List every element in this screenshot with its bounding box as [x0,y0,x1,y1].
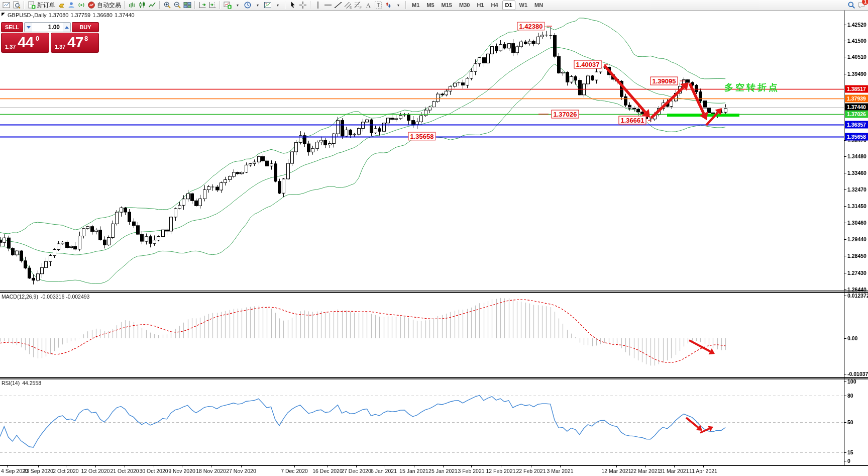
timeframe-m30-button[interactable]: M30 [456,1,473,10]
zoom-out-button[interactable] [172,1,182,10]
zoom-out-button-icon [173,1,181,9]
buy-button[interactable]: BUY [72,22,99,32]
window-preview-button[interactable] [12,1,22,10]
chat-button[interactable]: 1 [856,1,866,10]
toolbar-separator [124,1,125,9]
price-callout-1.37026[interactable]: 1.37026 [552,110,579,119]
toolbar-separator [194,1,195,9]
candlestick-chart-button-icon [138,1,146,9]
line-chart-button[interactable] [147,1,157,10]
search-button[interactable] [846,1,856,10]
cursor-button-icon [289,1,297,9]
arrow-objects-button[interactable] [383,1,393,10]
chart-corner-icon[interactable]: ◤ [2,12,5,17]
buy-price-button[interactable]: 1.37 47 8 [51,33,99,53]
charts-window-button[interactable] [2,1,12,10]
zoom-in-button[interactable] [162,1,172,10]
timeframe-h4-button[interactable]: H4 [488,1,501,10]
toolbar-separator [220,1,221,9]
arrow-objects-button-icon [384,1,392,9]
zoom-in-button-icon [163,1,171,9]
new-order-button[interactable]: 新订单 [27,1,56,10]
trendline-button[interactable] [333,1,343,10]
new-order-label: 新订单 [37,1,55,10]
buy-price-main: 47 [67,34,83,51]
autotrade-button[interactable]: 自动交易 [86,1,122,10]
indicators-button-icon [224,1,232,9]
price-callout-1.39095[interactable]: 1.39095 [650,77,678,85]
market-watch-gold-button[interactable] [56,1,66,10]
indicators-dropdown[interactable]: ▾ [233,1,243,10]
tile-windows-button[interactable] [182,1,192,10]
volume-increase-button[interactable] [63,23,70,32]
chart-shift-button[interactable] [207,1,218,10]
community-button[interactable] [66,1,76,10]
new-order-icon [28,1,36,9]
vertical-line-button[interactable] [313,1,323,10]
arrows-dropdown[interactable]: ▾ [393,1,403,10]
market-watch-gold-button-icon [57,1,65,9]
crosshair-button-icon [299,1,307,9]
crosshair-button[interactable] [298,1,308,10]
sell-price-button[interactable]: 1.37 44 0 [1,33,49,53]
chart-shift-button-icon [208,1,216,9]
sell-price-pip: 0 [36,35,39,42]
svg-text:T: T [377,2,380,8]
text-label-button-icon: T [374,1,382,9]
periods-button[interactable] [243,1,253,10]
volume-input[interactable]: 1.00 [32,23,63,32]
triangle-up-icon [65,26,69,29]
price-callout-1.35658[interactable]: 1.35658 [408,132,436,141]
volume-decrease-button[interactable] [25,23,32,32]
bar-chart-button[interactable] [127,1,137,10]
sell-button[interactable]: SELL [1,22,23,32]
timeframe-m15-button[interactable]: M15 [439,1,455,10]
price-callout-1.42380[interactable]: 1.42380 [517,22,545,31]
horizontal-line-button-icon [324,1,332,9]
indicators-button[interactable] [223,1,233,10]
candlestick-chart-button[interactable] [137,1,147,10]
toolbar-separator [285,1,286,9]
tile-windows-button-icon [183,1,191,9]
volume-stepper: 1.00 [24,22,71,32]
equidistant-channel-button-icon: E [344,1,352,9]
horizontal-line-button[interactable] [323,1,333,10]
templates-button-icon [264,1,272,9]
community-button-icon [67,1,75,9]
cursor-button[interactable] [288,1,298,10]
timeframe-m1-button[interactable]: M1 [409,1,422,10]
sell-price-main: 44 [18,34,33,51]
autotrade-label: 自动交易 [97,1,121,10]
charts-window-button-icon [3,1,11,9]
signals-button[interactable] [76,1,86,10]
svg-text:A: A [366,2,371,9]
timeframe-m5-button[interactable]: M5 [423,1,437,10]
templates-button[interactable] [263,1,273,10]
timeframe-h1-button[interactable]: H1 [474,1,487,10]
periods-dropdown[interactable]: ▾ [253,1,263,10]
fibonacci-button-icon: F [354,1,362,9]
timeframe-mn-button[interactable]: MN [531,1,546,10]
auto-scroll-button[interactable] [197,1,207,10]
search-button-icon [847,1,855,9]
price-callout-1.40037[interactable]: 1.40037 [574,60,602,69]
chart-canvas[interactable] [0,0,868,476]
text-button-icon: A [364,1,372,9]
price-callout-1.36661[interactable]: 1.36661 [619,116,646,125]
toolbar-separator [24,1,25,9]
fibonacci-button[interactable]: F [353,1,363,10]
periods-button-icon [244,1,252,9]
sell-price-prefix: 1.37 [5,44,16,50]
equidistant-channel-button[interactable]: E [343,1,353,10]
templates-dropdown[interactable]: ▾ [273,1,283,10]
text-label-button[interactable]: T [373,1,383,10]
svg-text:E: E [350,6,352,9]
text-button[interactable]: A [363,1,373,10]
timeframe-w1-button[interactable]: W1 [516,1,531,10]
timeframe-d1-button[interactable]: D1 [502,1,515,10]
line-chart-button-icon [148,1,156,9]
svg-text:F: F [360,6,362,10]
turning-point-annotation[interactable]: 多空转折点 [724,81,780,93]
toolbar-separator [310,1,311,9]
toolbar: 新订单自动交易▾▾▾EFAT▾M1M5M15M30H1H4D1W1MN1 [0,0,868,11]
